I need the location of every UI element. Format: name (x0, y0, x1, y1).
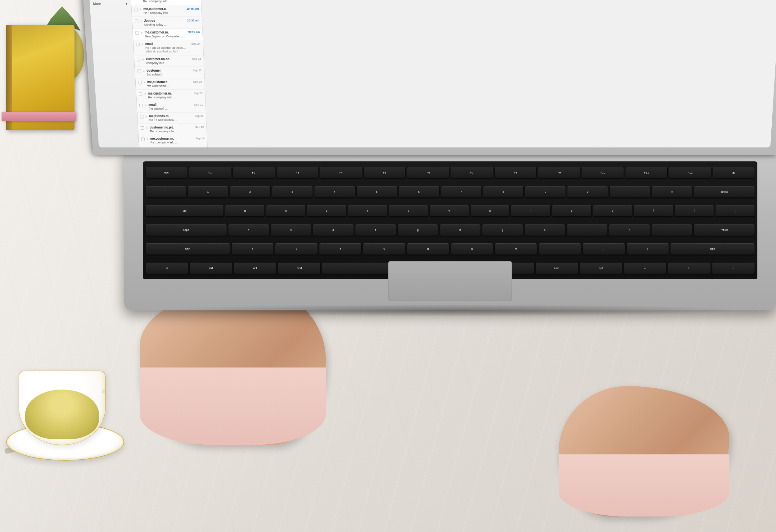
email-checkbox[interactable] (141, 126, 144, 130)
email-checkbox[interactable] (137, 58, 141, 61)
email-item[interactable]: ★ email Re : On 23 October at 09:00... W… (133, 40, 203, 55)
email-star[interactable]: ★ (139, 8, 142, 11)
email-item[interactable]: ★ customer.no.jet. Re : company info ...… (138, 124, 207, 135)
key-q[interactable]: q (225, 205, 265, 217)
key-f[interactable]: f (355, 224, 396, 236)
key-F12[interactable]: F12 (669, 167, 712, 178)
trackpad[interactable] (388, 261, 512, 301)
key-[interactable]: / (626, 243, 669, 255)
key-F5[interactable]: F5 (364, 167, 406, 178)
key-F1[interactable]: F1 (189, 167, 231, 178)
email-checkbox[interactable] (139, 92, 143, 96)
key-[interactable]: = (651, 186, 693, 198)
key-[interactable]: → (712, 262, 755, 274)
key-m[interactable]: m (495, 243, 537, 255)
key-n[interactable]: n (451, 243, 493, 255)
key-tab[interactable]: tab (145, 205, 224, 217)
email-checkbox[interactable] (139, 104, 143, 107)
email-item[interactable]: ★ me,customer.m. Re : company info ... S… (139, 135, 207, 146)
key-0[interactable]: 0 (567, 186, 608, 198)
key-opt[interactable]: opt (580, 262, 622, 274)
key-v[interactable]: v (363, 243, 405, 255)
email-star[interactable]: ★ (144, 104, 147, 107)
key-3[interactable]: 3 (272, 186, 313, 198)
email-star[interactable]: ★ (143, 81, 146, 84)
key-[interactable]: . (582, 243, 625, 255)
key-F8[interactable]: F8 (495, 167, 537, 178)
email-checkbox[interactable] (138, 69, 141, 73)
key-h[interactable]: h (439, 224, 480, 236)
email-star[interactable]: ★ (140, 20, 143, 23)
key-t[interactable]: t (389, 205, 428, 217)
email-checkbox[interactable] (141, 138, 145, 141)
key-[interactable]: ] (674, 205, 714, 217)
key-p[interactable]: p (593, 205, 633, 217)
sidebar-item-more[interactable]: More ▼ (90, 1, 131, 7)
email-star[interactable]: ★ (145, 115, 148, 118)
email-star[interactable]: ★ (141, 43, 144, 46)
email-item[interactable]: ★ me,customer Meeting today ... Sep 15 (139, 146, 208, 147)
key-4[interactable]: 4 (314, 186, 355, 198)
key-9[interactable]: 9 (525, 186, 566, 198)
email-checkbox[interactable] (135, 20, 139, 23)
email-star[interactable]: ★ (142, 58, 145, 61)
key-s[interactable]: s (270, 224, 311, 236)
key-i[interactable]: i (511, 205, 551, 217)
email-item[interactable]: ★ me,customer.m. Re : company info ... S… (136, 90, 205, 101)
key-F3[interactable]: F3 (276, 167, 319, 178)
email-item[interactable]: ★ customer (no subject) Sep 23 (135, 67, 204, 78)
key-F7[interactable]: F7 (451, 167, 493, 178)
key-[interactable]: ⏏ (713, 167, 755, 178)
email-checkbox[interactable] (136, 43, 140, 46)
key-e[interactable]: e (307, 205, 346, 217)
key-g[interactable]: g (397, 224, 438, 236)
key-7[interactable]: 7 (441, 186, 482, 198)
key-6[interactable]: 6 (399, 186, 439, 198)
key-F10[interactable]: F10 (582, 167, 624, 178)
key-d[interactable]: d (313, 224, 354, 236)
key-a[interactable]: a (228, 224, 269, 236)
email-item[interactable]: ★ me,friends.m. Re : 2 new notifica ... … (137, 112, 206, 124)
key-5[interactable]: 5 (356, 186, 397, 198)
key-F9[interactable]: F9 (538, 167, 580, 178)
key-opt[interactable]: opt (234, 262, 276, 274)
email-item[interactable]: ★ customer.no.co. company info ... Sep 2… (134, 55, 204, 67)
key-c[interactable]: c (319, 243, 362, 255)
key-[interactable]: ← (624, 262, 666, 274)
email-checkbox[interactable] (135, 31, 139, 34)
key-F6[interactable]: F6 (407, 167, 449, 178)
email-item[interactable]: ★ me,customer. we want some ... Sep 23 (135, 78, 205, 90)
key-ctrl[interactable]: ctrl (189, 262, 232, 274)
key-caps[interactable]: caps (145, 224, 227, 236)
key-y[interactable]: y (429, 205, 469, 217)
key-[interactable]: \ (715, 205, 755, 217)
email-item[interactable]: ★ email (no subject) ... Sep 21 (137, 101, 206, 113)
key-F11[interactable]: F11 (625, 167, 668, 178)
key-shift[interactable]: shift (670, 243, 755, 255)
email-item[interactable]: ★ me,customer.c. Re : company info ... 1… (131, 5, 202, 17)
key-o[interactable]: o (552, 205, 592, 217)
key-w[interactable]: w (266, 205, 306, 217)
key-[interactable]: ↑↓ (668, 262, 711, 274)
key-1[interactable]: 1 (187, 186, 228, 198)
key-k[interactable]: k (524, 224, 565, 236)
key-[interactable]: , (539, 243, 581, 255)
email-item[interactable]: ★ Join us Meeting today ... 10:30 am (132, 17, 202, 29)
key-cmd[interactable]: cmd (536, 262, 578, 274)
key-[interactable]: ; (609, 224, 650, 236)
key-[interactable]: [ (633, 205, 673, 217)
key-l[interactable]: l (567, 224, 607, 236)
key-r[interactable]: r (348, 205, 387, 217)
key-cmd[interactable]: cmd (278, 262, 321, 274)
key-F4[interactable]: F4 (320, 167, 362, 178)
key-2[interactable]: 2 (230, 186, 271, 198)
key-delete[interactable]: delete (694, 186, 755, 198)
key-b[interactable]: b (407, 243, 449, 255)
key-z[interactable]: z (231, 243, 274, 255)
email-star[interactable]: ★ (144, 92, 147, 95)
key-j[interactable]: j (482, 224, 523, 236)
key-x[interactable]: x (275, 243, 318, 255)
email-star[interactable]: ★ (140, 31, 143, 34)
key-[interactable]: ` (145, 186, 186, 198)
email-star[interactable]: ★ (146, 138, 149, 141)
